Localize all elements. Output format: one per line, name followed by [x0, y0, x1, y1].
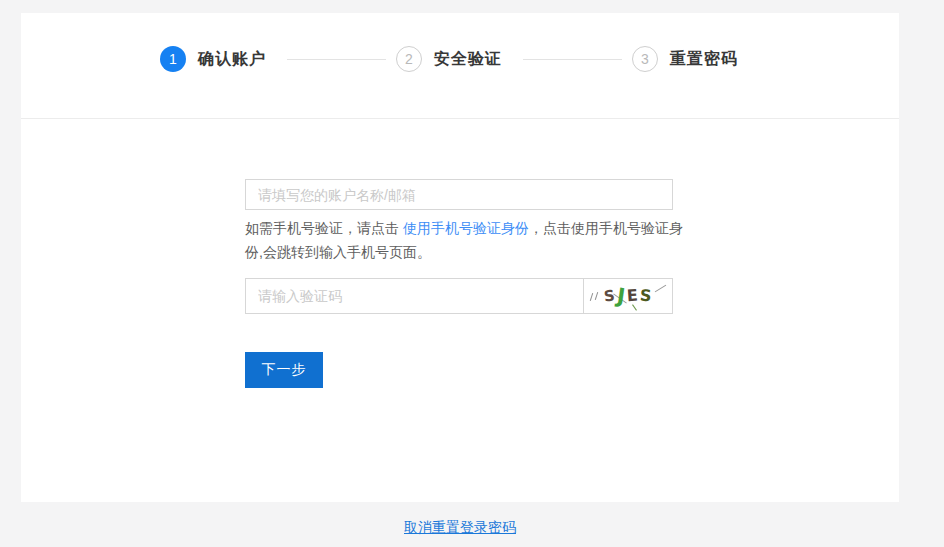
step-connector [523, 59, 622, 60]
reset-password-card: 1 确认账户 2 安全验证 3 重置密码 如需手机号验证，请点击 使用手机号验证… [21, 13, 899, 502]
captcha-noise [590, 293, 593, 301]
captcha-noise [655, 285, 667, 293]
captcha-image[interactable]: SJES [583, 278, 673, 314]
cancel-reset-link[interactable]: 取消重置登录密码 [404, 519, 516, 535]
reset-password-page: 1 确认账户 2 安全验证 3 重置密码 如需手机号验证，请点击 使用手机号验证… [0, 0, 944, 547]
account-input[interactable] [245, 179, 673, 210]
captcha-input[interactable] [245, 278, 584, 314]
step-2-security-verify: 2 安全验证 [396, 46, 502, 72]
use-phone-verify-link[interactable]: 使用手机号验证身份 [403, 220, 529, 236]
captcha-letter: E [627, 288, 639, 305]
helper-text-prefix: 如需手机号验证，请点击 [245, 220, 403, 236]
captcha-noise [632, 304, 637, 310]
step-1-label: 确认账户 [198, 49, 266, 70]
step-connector [287, 59, 386, 60]
captcha-letter: S [604, 288, 616, 304]
next-step-button[interactable]: 下一步 [245, 352, 323, 388]
captcha-letter: J [616, 285, 627, 307]
step-3-circle: 3 [632, 46, 658, 72]
step-2-circle: 2 [396, 46, 422, 72]
step-1-circle: 1 [160, 46, 186, 72]
captcha-letter: S [639, 288, 652, 305]
phone-verify-helper-text: 如需手机号验证，请点击 使用手机号验证身份，点击使用手机号验证身份,会跳转到输入… [245, 216, 685, 264]
section-divider [21, 118, 899, 119]
footer: 取消重置登录密码 [21, 518, 899, 537]
step-3-reset-password: 3 重置密码 [632, 46, 738, 72]
step-1-confirm-account: 1 确认账户 [160, 46, 266, 72]
captcha-noise [595, 292, 598, 300]
stepper: 1 确认账户 2 安全验证 3 重置密码 [160, 46, 738, 72]
step-3-label: 重置密码 [670, 49, 738, 70]
step-2-label: 安全验证 [434, 49, 502, 70]
